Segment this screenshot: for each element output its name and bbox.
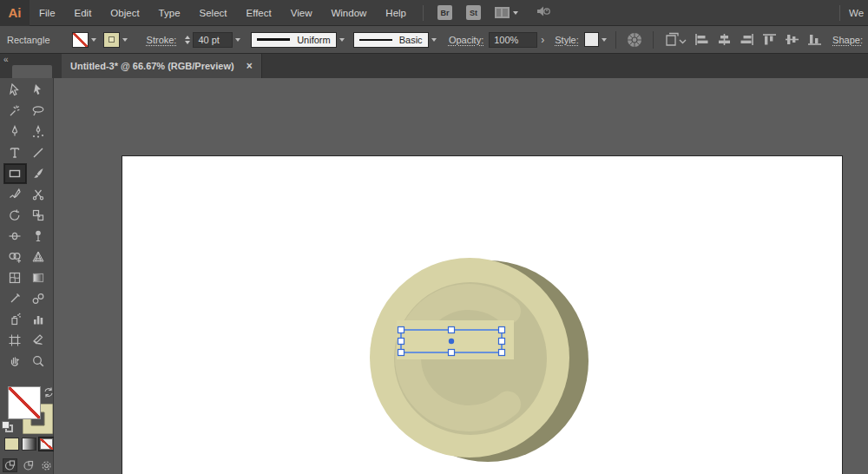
opacity-label[interactable]: Opacity: — [449, 35, 483, 45]
width-profile-dropdown[interactable] — [337, 32, 347, 48]
menu-view[interactable]: View — [281, 0, 322, 26]
menu-file[interactable]: File — [30, 0, 65, 26]
menu-edit[interactable]: Edit — [65, 0, 102, 26]
tool-rectangle[interactable] — [3, 163, 27, 184]
scale-icon — [31, 208, 45, 222]
tool-eyedropper[interactable] — [3, 288, 27, 309]
tool-line-segment[interactable] — [27, 142, 50, 163]
align-left-button[interactable] — [694, 33, 709, 46]
opacity-input[interactable]: 100% — [489, 32, 537, 48]
swap-fill-stroke-icon[interactable] — [43, 387, 54, 398]
brush-definition-select[interactable]: Basic — [353, 32, 429, 48]
bridge-button[interactable]: Br — [437, 5, 452, 20]
tool-width[interactable] — [3, 226, 27, 247]
tool-mesh[interactable] — [3, 267, 27, 288]
none-button[interactable] — [39, 438, 54, 451]
align-center-button[interactable] — [717, 33, 732, 46]
control-separator — [615, 31, 616, 49]
scissors-icon — [31, 188, 45, 201]
isolate-selected-object-button[interactable] — [663, 32, 687, 48]
width-profile-value: Uniform — [297, 35, 331, 45]
brush-definition-dropdown[interactable] — [429, 32, 439, 48]
menu-separator — [423, 5, 424, 21]
chevron-down-icon — [431, 38, 437, 42]
tool-perspective-grid[interactable] — [27, 247, 50, 267]
stroke-weight-stepper[interactable] — [185, 36, 190, 44]
tool-type[interactable] — [3, 142, 27, 163]
tool-puppet-warp[interactable] — [27, 226, 50, 247]
draw-behind-button[interactable] — [21, 458, 36, 472]
euro-bar-rectangle[interactable] — [397, 320, 514, 359]
gradient-button[interactable] — [22, 438, 36, 451]
control-separator — [653, 31, 654, 49]
align-right-button[interactable] — [740, 33, 754, 46]
stroke-weight-input[interactable]: 40 pt — [193, 32, 233, 48]
tool-hand[interactable] — [3, 351, 27, 372]
collapse-panel-button[interactable]: « — [3, 55, 10, 64]
none-fill-icon — [73, 33, 88, 47]
graphic-style-swatch[interactable] — [584, 32, 600, 47]
none-fill-icon — [40, 438, 53, 450]
menu-help[interactable]: Help — [376, 0, 416, 26]
tool-pen[interactable] — [3, 122, 27, 142]
canvas[interactable] — [54, 78, 868, 474]
tool-magic-wand[interactable] — [3, 101, 27, 122]
tool-zoom[interactable] — [27, 351, 50, 372]
stock-button[interactable]: St — [466, 5, 481, 20]
fill-proxy-swatch[interactable] — [8, 386, 41, 419]
document-tab[interactable]: Untitled-3* @ 66.67% (RGB/Preview) × — [62, 54, 262, 78]
tool-gradient[interactable] — [27, 267, 50, 288]
tool-direct-selection[interactable] — [27, 80, 50, 101]
tool-scissors[interactable] — [27, 184, 50, 205]
draw-normal-button[interactable] — [3, 458, 17, 472]
selection-center-point[interactable] — [449, 339, 454, 344]
brush-preview-icon — [359, 39, 392, 41]
align-vcenter-button[interactable] — [785, 33, 799, 46]
tool-lasso[interactable] — [27, 101, 50, 122]
style-label[interactable]: Style: — [555, 35, 579, 45]
menu-effect[interactable]: Effect — [237, 0, 281, 26]
tool-rotate[interactable] — [3, 205, 27, 226]
tool-scale[interactable] — [27, 205, 50, 226]
stroke-weight-dropdown[interactable] — [233, 32, 243, 48]
tool-artboard[interactable] — [3, 330, 27, 351]
tool-blend[interactable] — [27, 288, 50, 309]
menu-window[interactable]: Window — [321, 0, 376, 26]
tool-shaper[interactable] — [3, 184, 27, 205]
workspace-switcher[interactable]: We — [831, 0, 868, 26]
fill-dropdown-button[interactable] — [89, 32, 99, 48]
shape-label[interactable]: Shape: — [832, 35, 863, 45]
chevron-down-icon — [122, 38, 128, 42]
paintbrush-icon — [31, 167, 45, 181]
tool-paintbrush[interactable] — [27, 163, 50, 184]
menu-bar: Ai File Edit Object Type Select Effect V… — [0, 0, 868, 26]
arrange-documents-button[interactable] — [495, 7, 518, 18]
tool-symbol-sprayer[interactable] — [3, 309, 27, 330]
style-dropdown[interactable] — [599, 32, 609, 48]
tool-selection[interactable] — [3, 80, 27, 101]
align-top-button[interactable] — [762, 33, 777, 46]
rotate-icon — [8, 208, 22, 222]
tool-column-graph[interactable] — [27, 309, 50, 330]
default-fill-stroke-icon[interactable] — [2, 421, 13, 432]
stroke-weight-label[interactable]: Stroke: — [147, 35, 177, 45]
tool-slice[interactable] — [27, 330, 50, 351]
fill-color-swatch[interactable] — [72, 32, 89, 48]
draw-inside-button[interactable] — [39, 458, 54, 472]
tool-shape-builder[interactable] — [3, 247, 27, 267]
stroke-dropdown-button[interactable] — [120, 32, 130, 48]
stroke-color-swatch[interactable] — [103, 32, 120, 48]
menu-object[interactable]: Object — [101, 0, 148, 26]
menu-type[interactable]: Type — [149, 0, 190, 26]
color-button[interactable] — [4, 438, 19, 451]
menu-select[interactable]: Select — [190, 0, 237, 26]
opacity-expand-arrow[interactable]: › — [541, 34, 544, 46]
speaker-muted-button[interactable] — [536, 4, 551, 22]
close-tab-button[interactable]: × — [247, 60, 253, 72]
tool-curvature[interactable] — [27, 122, 50, 142]
recolor-artwork-button[interactable] — [626, 31, 643, 49]
chevron-down-icon — [91, 38, 96, 42]
toolbar-panel-top — [12, 65, 52, 78]
variable-width-profile-select[interactable]: Uniform — [251, 32, 337, 48]
align-bottom-button[interactable] — [807, 33, 822, 46]
